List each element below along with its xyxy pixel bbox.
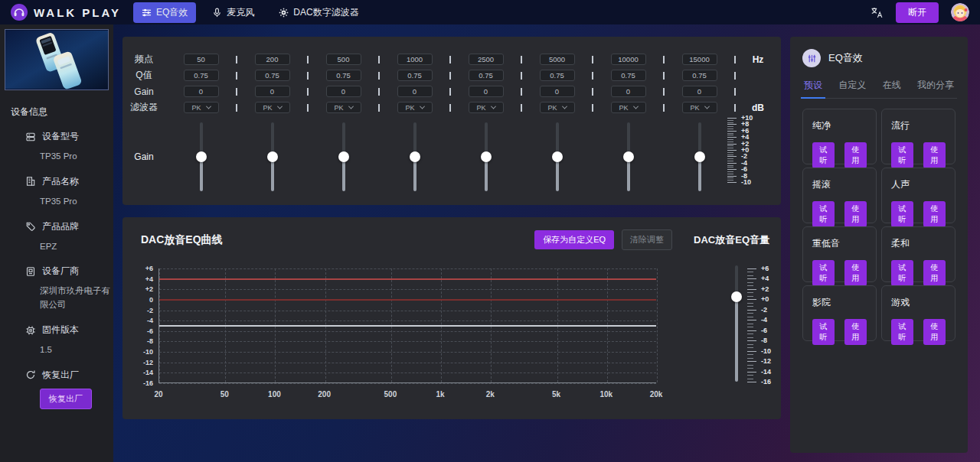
tab-online[interactable]: 在线 <box>880 79 904 98</box>
freq-input[interactable] <box>611 54 646 65</box>
audition-button[interactable]: 试听 <box>891 319 913 345</box>
slider-track-upper <box>698 122 701 155</box>
filter-select[interactable]: PK <box>255 102 290 113</box>
gain-input[interactable] <box>540 86 575 97</box>
freq-input[interactable] <box>255 54 290 65</box>
audition-button[interactable]: 试听 <box>812 201 835 227</box>
filter-select[interactable]: PK <box>397 102 433 113</box>
freq-input[interactable] <box>682 54 717 65</box>
volume-slider[interactable] <box>731 265 742 382</box>
slider-thumb[interactable] <box>267 151 278 162</box>
slider-track-upper <box>556 122 559 155</box>
audition-button[interactable]: 试听 <box>812 319 835 345</box>
audition-button[interactable]: 试听 <box>891 260 913 286</box>
gain-slider[interactable] <box>694 122 705 191</box>
q-input[interactable] <box>397 70 433 81</box>
q-input[interactable] <box>326 70 361 81</box>
use-button[interactable]: 使用 <box>844 142 867 168</box>
disconnect-button[interactable]: 断开 <box>896 2 939 23</box>
gain-slider[interactable] <box>267 122 278 191</box>
freq-input[interactable] <box>326 54 361 65</box>
chevron-down-icon <box>276 104 282 109</box>
scale-tick <box>727 144 737 145</box>
slider-track-upper <box>271 122 274 155</box>
slider-thumb[interactable] <box>196 151 207 162</box>
gain-input[interactable] <box>184 86 219 97</box>
filter-select[interactable]: PK <box>682 102 717 113</box>
factory-reset-button[interactable]: 恢复出厂 <box>40 389 92 409</box>
gain-input[interactable] <box>397 86 433 97</box>
gain-slider[interactable] <box>552 122 563 191</box>
q-input[interactable] <box>611 70 646 81</box>
freq-input[interactable] <box>397 54 433 65</box>
gain-input[interactable] <box>611 86 646 97</box>
top-tab-microphone[interactable]: 麦克风 <box>204 2 263 23</box>
scale-tick <box>747 272 753 272</box>
freq-input[interactable] <box>184 54 219 65</box>
save-custom-eq-button[interactable]: 保存为自定义EQ <box>534 230 614 249</box>
gain-slider[interactable] <box>338 122 349 191</box>
gain-input[interactable] <box>255 86 290 97</box>
slider-thumb[interactable] <box>552 151 563 162</box>
use-button[interactable]: 使用 <box>923 142 946 168</box>
tab-my-shares[interactable]: 我的分享 <box>914 79 957 98</box>
slider-thumb[interactable] <box>338 151 349 162</box>
filter-select[interactable]: PK <box>611 102 646 113</box>
audition-button[interactable]: 试听 <box>812 142 835 168</box>
q-input[interactable] <box>184 70 219 81</box>
audition-button[interactable]: 试听 <box>812 260 835 286</box>
top-tab-eq[interactable]: EQ音效 <box>133 2 196 23</box>
user-avatar[interactable] <box>951 3 969 21</box>
scale-tick <box>747 320 756 320</box>
q-input[interactable] <box>469 70 504 81</box>
use-button[interactable]: 使用 <box>923 260 946 286</box>
q-input[interactable] <box>682 70 717 81</box>
translate-icon[interactable] <box>871 6 884 19</box>
filter-select[interactable]: PK <box>540 102 575 113</box>
use-button[interactable]: 使用 <box>923 201 946 227</box>
gain-slider[interactable] <box>481 122 492 191</box>
eq-curve-panel: DAC放音EQ曲线 保存为自定义EQ 清除调整 DAC放音EQ音量 +6+4+2… <box>122 217 781 419</box>
filter-select-value: PK <box>476 104 485 112</box>
audition-button[interactable]: 试听 <box>891 142 913 168</box>
clear-adjustments-button[interactable]: 清除调整 <box>622 229 672 250</box>
preset-card: 纯净试听使用 <box>802 109 877 164</box>
eq-band-cell <box>521 54 593 65</box>
use-button[interactable]: 使用 <box>844 319 867 345</box>
eq-band-cell <box>165 70 237 81</box>
filter-select[interactable]: PK <box>326 102 361 113</box>
gain-input[interactable] <box>682 86 717 97</box>
filter-select[interactable]: PK <box>184 102 219 113</box>
q-input[interactable] <box>540 70 575 81</box>
gain-input[interactable] <box>469 86 504 97</box>
eq-band-cell <box>450 54 521 65</box>
use-button[interactable]: 使用 <box>923 319 946 345</box>
use-button[interactable]: 使用 <box>844 201 867 227</box>
slider-track-lower <box>342 158 345 191</box>
y-tick-label: -14 <box>143 369 153 376</box>
freq-input[interactable] <box>469 54 504 65</box>
gain-slider[interactable] <box>410 122 420 191</box>
gain-slider[interactable] <box>623 122 634 191</box>
filter-select[interactable]: PK <box>469 102 504 113</box>
slider-thumb[interactable] <box>481 151 492 162</box>
slider-thumb[interactable] <box>694 151 705 162</box>
tab-custom[interactable]: 自定义 <box>835 79 869 98</box>
slider-thumb[interactable] <box>623 151 634 162</box>
top-tab-dac-filter[interactable]: DAC数字滤波器 <box>270 2 367 23</box>
y-tick-label: +2 <box>145 285 153 293</box>
tab-presets[interactable]: 预设 <box>801 79 825 98</box>
gain-slider[interactable] <box>196 122 207 191</box>
slider-thumb[interactable] <box>410 151 420 162</box>
eq-band-cell: PK <box>165 102 237 113</box>
y-gridline <box>159 289 656 290</box>
audition-button[interactable]: 试听 <box>891 201 913 227</box>
use-button[interactable]: 使用 <box>844 260 867 286</box>
gain-slider-cell <box>593 122 664 191</box>
q-input[interactable] <box>255 70 290 81</box>
slider-thumb[interactable] <box>731 291 742 302</box>
freq-input[interactable] <box>540 54 575 65</box>
preset-card: 摇滚试听使用 <box>802 168 877 223</box>
chevron-down-icon <box>419 104 424 109</box>
gain-input[interactable] <box>326 86 361 97</box>
